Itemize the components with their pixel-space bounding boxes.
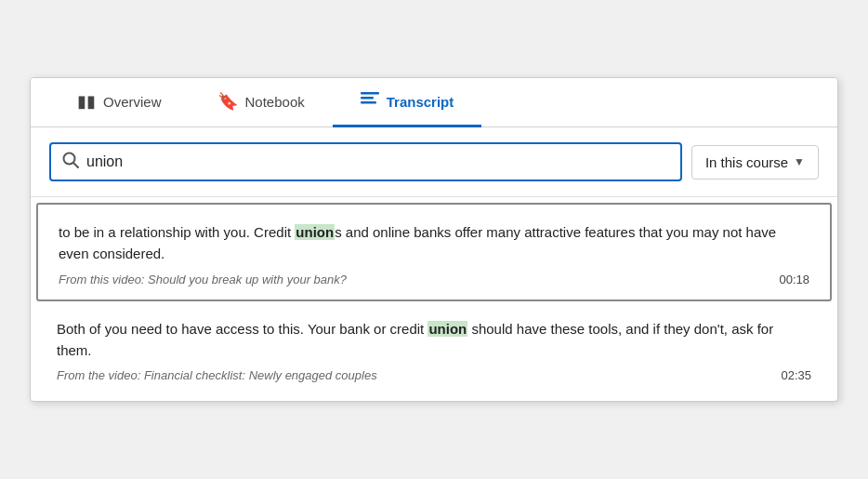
result-timestamp: 02:35: [781, 368, 811, 382]
result-highlight: union: [427, 321, 467, 337]
search-bar: In this course ▼: [31, 127, 837, 197]
svg-rect-1: [361, 97, 374, 100]
tab-overview-label: Overview: [103, 94, 162, 110]
result-meta: From this video: Should you break up wit…: [59, 273, 809, 286]
scope-label: In this course: [705, 154, 788, 170]
search-input-wrapper: [49, 142, 682, 181]
search-icon: [62, 152, 79, 172]
notebook-icon: 🔖: [217, 91, 238, 112]
search-results: to be in a relationship with you. Credit…: [31, 203, 837, 395]
result-meta: From the video: Financial checklist: New…: [57, 368, 811, 382]
tab-overview[interactable]: ▮▮ Overview: [49, 78, 190, 127]
main-panel: ▮▮ Overview 🔖 Notebook Transcript: [30, 77, 838, 402]
tab-notebook[interactable]: 🔖 Notebook: [190, 78, 333, 127]
tab-transcript-label: Transcript: [387, 94, 454, 110]
svg-rect-2: [361, 101, 376, 104]
result-item[interactable]: Both of you need to have access to this.…: [36, 301, 832, 396]
result-highlight: union: [295, 224, 335, 240]
tab-transcript[interactable]: Transcript: [333, 79, 482, 127]
chevron-down-icon: ▼: [794, 155, 805, 168]
search-input[interactable]: [86, 153, 669, 170]
svg-line-4: [73, 163, 78, 167]
overview-icon: ▮▮: [77, 91, 96, 112]
result-timestamp: 00:18: [779, 273, 809, 286]
result-source: From the video: Financial checklist: New…: [57, 368, 377, 382]
result-source: From this video: Should you break up wit…: [59, 273, 347, 286]
scope-dropdown[interactable]: In this course ▼: [691, 145, 819, 180]
transcript-icon: [361, 92, 379, 112]
svg-rect-0: [361, 92, 379, 95]
result-text: to be in a relationship with you. Credit…: [59, 221, 809, 265]
result-text-before: Both of you need to have access to this.…: [57, 321, 427, 337]
tab-bar: ▮▮ Overview 🔖 Notebook Transcript: [31, 78, 837, 127]
tab-notebook-label: Notebook: [245, 94, 305, 110]
result-text: Both of you need to have access to this.…: [57, 318, 811, 362]
result-item[interactable]: to be in a relationship with you. Credit…: [36, 203, 832, 301]
result-text-before: to be in a relationship with you. Credit: [59, 224, 295, 240]
